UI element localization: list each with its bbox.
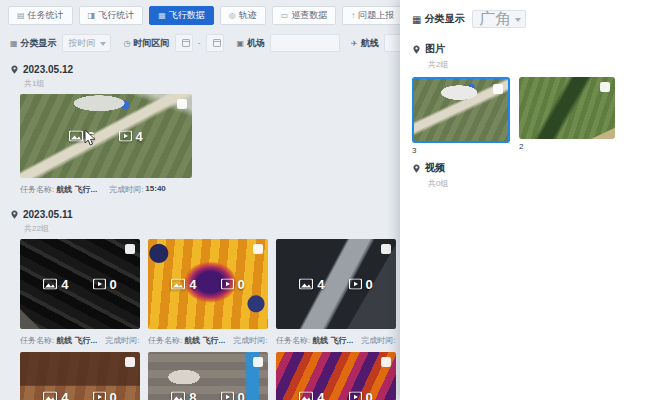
media-thumbnail[interactable]: 6 4 xyxy=(20,94,192,178)
video-count: 0 xyxy=(93,390,117,400)
detail-side-panel: ▦ 分类显示 广角 图片 共2组 3 xyxy=(400,0,670,400)
clock-icon: ◷ xyxy=(124,39,131,48)
filter-bar: ▦ 分类显示 按时间 ◷ 时间区间 - ▣ 机场 xyxy=(0,25,400,52)
airport-icon: ▣ xyxy=(237,39,245,48)
media-thumbnail[interactable]: 4 0 xyxy=(20,352,140,400)
media-caption: 任务名称: 航线 飞行... 完成时间: 15:40 xyxy=(20,184,192,195)
tab-issue-report[interactable]: ↑ 问题上报 xyxy=(342,6,400,25)
play-icon xyxy=(221,392,234,400)
tab-label: 飞行数据 xyxy=(169,9,205,22)
photo-icon xyxy=(43,392,57,400)
tab-track[interactable]: ◎ 轨迹 xyxy=(220,6,266,25)
photo-icon xyxy=(299,392,313,400)
tab-flight-data[interactable]: ▦ 飞行数据 xyxy=(149,6,214,25)
play-icon xyxy=(93,392,106,400)
tab-flight-stats[interactable]: ◨ 飞行统计 xyxy=(79,6,144,25)
flight-stats-icon: ◨ xyxy=(88,12,96,20)
select-checkbox[interactable] xyxy=(125,244,135,254)
panel-images-count: 共2组 xyxy=(428,59,658,70)
airport-input[interactable] xyxy=(270,34,340,52)
chevron-down-icon xyxy=(515,18,521,22)
panel-videos-header: 视频 xyxy=(412,161,658,175)
photo-icon xyxy=(43,279,57,290)
media-counts: 6 4 xyxy=(20,129,192,144)
section-date: 2023.05.12 xyxy=(23,64,73,75)
tab-inspect-data[interactable]: ▭ 巡查数据 xyxy=(272,6,337,25)
photo-count: 4 xyxy=(299,277,324,292)
photo-icon xyxy=(299,279,313,290)
panel-classify-label: ▦ 分类显示 xyxy=(412,12,464,26)
media-caption: 任务名称:航线 飞行... 完成时间:21:41 xyxy=(20,335,140,346)
select-checkbox[interactable] xyxy=(381,244,391,254)
panel-images-title: 图片 xyxy=(425,42,445,56)
video-count: 0 xyxy=(221,390,245,400)
chevron-down-icon xyxy=(100,42,106,46)
media-card: 4 0 任务名称:航线 飞行... 完成时间:21:41 xyxy=(20,239,140,346)
photo-icon xyxy=(69,131,83,142)
tab-label: 任务统计 xyxy=(28,9,64,22)
media-grid-row: 4 0 8 xyxy=(20,352,400,400)
track-icon: ◎ xyxy=(229,12,236,20)
location-pin-icon xyxy=(10,65,19,74)
main-content: ▤ 任务统计 ◨ 飞行统计 ▦ 飞行数据 ◎ 轨迹 ▭ 巡查数据 ↑ 问题上报 xyxy=(0,0,400,400)
panel-image-thumbs: 3 2 xyxy=(412,77,658,155)
classify-select[interactable]: 按时间 xyxy=(62,34,111,52)
grid-icon: ▦ xyxy=(10,39,18,48)
location-pin-icon xyxy=(10,210,19,219)
panel-image-thumbnail-selected[interactable] xyxy=(412,77,510,143)
classify-display-label: ▦ 分类显示 xyxy=(10,37,57,50)
media-thumbnail[interactable]: 4 0 xyxy=(276,352,396,400)
video-count: 4 xyxy=(119,129,143,144)
top-toolbar: ▤ 任务统计 ◨ 飞行统计 ▦ 飞行数据 ◎ 轨迹 ▭ 巡查数据 ↑ 问题上报 xyxy=(0,0,400,25)
section-count: 共1组 xyxy=(24,78,400,89)
date-separator: - xyxy=(198,38,201,48)
thumb-number: 3 xyxy=(412,146,510,155)
media-thumbnail[interactable]: 8 0 xyxy=(148,352,268,400)
panel-thumb-group: 2 xyxy=(519,77,615,151)
select-checkbox[interactable] xyxy=(253,244,263,254)
select-checkbox[interactable] xyxy=(125,357,135,367)
tab-label: 轨迹 xyxy=(239,9,257,22)
section-date: 2023.05.11 xyxy=(23,209,73,220)
panel-image-thumbnail[interactable] xyxy=(519,77,615,139)
media-thumbnail[interactable]: 4 0 xyxy=(20,239,140,329)
select-checkbox[interactable] xyxy=(600,82,610,92)
media-caption: 任务名称:航线 飞行... 完成时间:21:22 xyxy=(148,335,268,346)
panel-header: ▦ 分类显示 广角 xyxy=(412,10,658,28)
panel-images-header: 图片 xyxy=(412,42,658,56)
select-checkbox[interactable] xyxy=(253,357,263,367)
airport-label: ▣ 机场 xyxy=(237,37,266,50)
inspect-data-icon: ▭ xyxy=(281,12,289,20)
photo-count: 6 xyxy=(69,129,94,144)
media-thumbnail[interactable]: 4 0 xyxy=(276,239,396,329)
panel-thumb-group: 3 xyxy=(412,77,510,155)
media-card: 8 0 xyxy=(148,352,268,400)
flight-data-page: ▤ 任务统计 ◨ 飞行统计 ▦ 飞行数据 ◎ 轨迹 ▭ 巡查数据 ↑ 问题上报 xyxy=(0,0,670,400)
play-icon xyxy=(93,279,106,290)
location-pin-icon xyxy=(412,45,421,54)
tab-label: 飞行统计 xyxy=(98,9,134,22)
thumb-number: 2 xyxy=(519,142,615,151)
route-icon: ✈ xyxy=(351,39,358,48)
calendar-icon xyxy=(213,39,221,47)
select-checkbox[interactable] xyxy=(493,84,503,94)
media-thumbnail[interactable]: 4 0 xyxy=(148,239,268,329)
select-checkbox[interactable] xyxy=(177,99,187,109)
tab-task-stats[interactable]: ▤ 任务统计 xyxy=(8,6,73,25)
photo-count: 4 xyxy=(299,390,324,400)
video-count: 0 xyxy=(93,277,117,292)
media-card: 4 0 xyxy=(276,352,396,400)
photo-count: 4 xyxy=(171,277,196,292)
photo-icon xyxy=(171,279,185,290)
select-checkbox[interactable] xyxy=(381,357,391,367)
date-section-header: 2023.05.12 xyxy=(10,64,400,75)
photo-count: 4 xyxy=(43,390,68,400)
play-icon xyxy=(119,131,132,142)
location-pin-icon xyxy=(412,164,421,173)
route-input[interactable] xyxy=(384,34,400,52)
time-range-label: ◷ 时间区间 xyxy=(124,37,170,50)
media-card: 4 0 任务名称:航线 飞行... 完成时间: xyxy=(276,239,396,346)
photo-count: 4 xyxy=(43,277,68,292)
panel-classify-select[interactable]: 广角 xyxy=(472,10,526,28)
video-count: 0 xyxy=(221,277,245,292)
